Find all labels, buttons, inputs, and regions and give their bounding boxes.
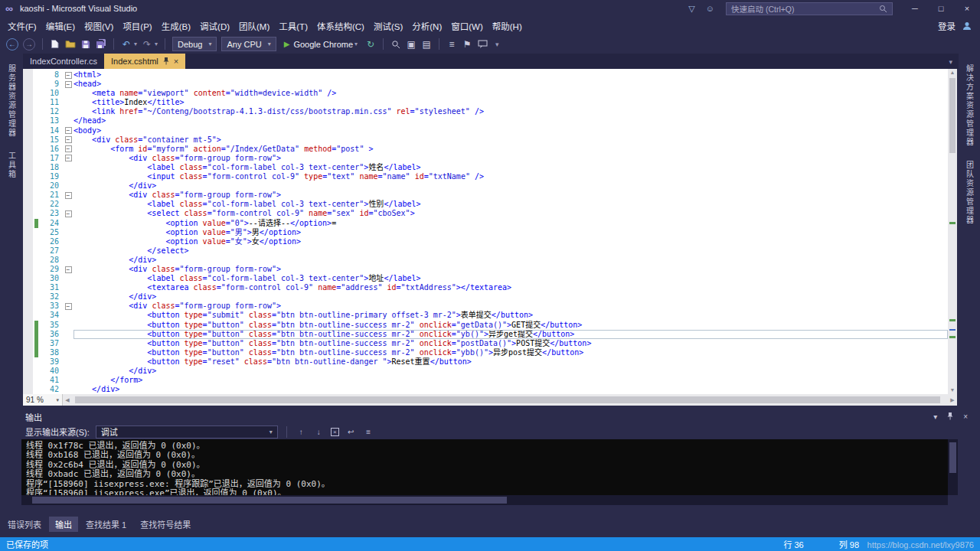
close-button[interactable]: × (954, 0, 980, 17)
navigate-forward-icon[interactable]: → (23, 38, 35, 51)
scrollbar-thumb[interactable] (949, 442, 956, 473)
breakpoint-margin[interactable] (23, 228, 33, 237)
breakpoint-margin[interactable] (23, 311, 33, 320)
fold-margin[interactable]: − (63, 191, 74, 200)
code-line[interactable]: 18 <label class="col-form-label col-3 te… (23, 163, 948, 172)
fold-margin[interactable]: − (63, 154, 74, 163)
breakpoint-margin[interactable] (23, 80, 33, 89)
collapse-icon[interactable]: − (65, 210, 72, 217)
code-line[interactable]: 32 </div> (23, 292, 948, 302)
fold-margin[interactable]: − (63, 126, 74, 135)
navigate-backward-icon[interactable]: ← (6, 38, 18, 51)
zoom-dropdown[interactable]: 91 % ▾ (23, 394, 63, 406)
menu-item[interactable]: 窗口(W) (446, 17, 488, 35)
document-tab[interactable]: IndexController.cs (23, 54, 104, 69)
menu-item[interactable]: 工具(T) (274, 17, 312, 35)
goto-next-message-icon[interactable]: ↓ (313, 428, 325, 436)
scroll-up-icon[interactable]: ▲ (948, 69, 957, 77)
notifications-icon[interactable]: ▽ (688, 4, 694, 14)
code-line[interactable]: 23− <select class="form-control col-9" n… (23, 209, 948, 218)
breakpoint-margin[interactable] (23, 357, 33, 367)
panel-tab[interactable]: 查找符号结果 (134, 517, 197, 532)
breakpoint-margin[interactable] (23, 274, 33, 283)
editor-vertical-scrollbar[interactable]: ▲ ▼ (948, 69, 957, 394)
fold-margin[interactable]: − (63, 145, 74, 154)
breakpoint-margin[interactable] (23, 191, 33, 200)
quick-launch-search[interactable]: 快速启动 (Ctrl+Q) (726, 2, 893, 15)
scroll-left-icon[interactable]: ◀ (63, 397, 72, 403)
menu-item[interactable]: 分析(N) (407, 17, 446, 35)
menu-item[interactable]: 测试(S) (369, 17, 407, 35)
code-line[interactable]: 9−<head> (23, 80, 948, 89)
breakpoint-margin[interactable] (23, 163, 33, 172)
breakpoint-margin[interactable] (23, 265, 33, 274)
tool-window-tab[interactable]: 团队资源管理器 (964, 161, 975, 225)
collapse-icon[interactable]: − (65, 145, 72, 152)
output-horizontal-scrollbar[interactable] (21, 495, 948, 505)
split-window-icon[interactable]: ▤ (421, 37, 432, 51)
feedback-icon[interactable]: ☺ (706, 4, 714, 13)
scrollbar-thumb[interactable] (32, 497, 507, 504)
code-line[interactable]: 22 <label class="col-form-label col-3 te… (23, 200, 948, 209)
menu-item[interactable]: 团队(M) (234, 17, 274, 35)
code-line[interactable]: 8−<html> (23, 70, 948, 80)
task-list-icon[interactable]: ≡ (446, 37, 457, 51)
new-window-icon[interactable]: ▣ (406, 37, 416, 51)
breakpoint-margin[interactable] (23, 181, 33, 191)
breakpoint-margin[interactable] (23, 302, 33, 311)
breakpoint-margin[interactable] (23, 367, 33, 376)
code-line[interactable]: 24 <option value="0">--请选择--</option>= (23, 219, 948, 228)
menu-item[interactable]: 编辑(E) (41, 17, 80, 35)
fold-margin[interactable]: − (63, 80, 74, 89)
open-file-icon[interactable] (65, 37, 76, 51)
word-wrap-icon[interactable]: ↩ (345, 428, 357, 436)
fold-margin[interactable]: − (63, 209, 74, 218)
solution-configuration-dropdown[interactable]: Debug▾ (172, 37, 217, 51)
menu-item[interactable]: 项目(P) (118, 17, 156, 35)
code-line[interactable]: 13</head> (23, 116, 948, 126)
run-target-dropdown-icon[interactable]: ▾ (354, 41, 358, 47)
undo-dropdown-icon[interactable]: ▾ (134, 41, 137, 47)
breakpoint-margin[interactable] (23, 70, 33, 80)
fold-margin[interactable]: − (63, 302, 74, 311)
document-tab[interactable]: Index.cshtml× (104, 54, 185, 69)
new-file-icon[interactable] (50, 37, 60, 51)
close-panel-icon[interactable]: × (963, 412, 968, 421)
breakpoint-margin[interactable] (23, 256, 33, 265)
collapse-icon[interactable]: − (65, 155, 72, 161)
menu-item[interactable]: 体系结构(C) (312, 17, 369, 35)
breakpoint-margin[interactable] (23, 126, 33, 135)
code-line[interactable]: 34 <button type="submit" class="btn btn-… (23, 311, 948, 320)
breakpoint-margin[interactable] (23, 154, 33, 163)
scrollbar-thumb[interactable] (949, 78, 956, 153)
breakpoint-margin[interactable] (23, 89, 33, 98)
output-text-area[interactable]: 线程 0x1f78c 已退出，返回值为 0 (0x0)。线程 0xb168 已退… (21, 439, 948, 495)
code-line[interactable]: 29− <div class="form-group form-row"> (23, 265, 948, 274)
code-editor[interactable]: 8−<html>9−<head>10 <meta name="viewport"… (23, 69, 957, 394)
panel-tab[interactable]: 查找结果 1 (80, 517, 132, 532)
breakpoint-margin[interactable] (23, 116, 33, 126)
collapse-icon[interactable]: − (65, 266, 72, 273)
sign-in-link[interactable]: 登录 (938, 20, 956, 32)
code-line[interactable]: 19 <input class="form-control col-9" typ… (23, 172, 948, 181)
collapse-icon[interactable]: − (65, 303, 72, 310)
output-vertical-scrollbar[interactable] (948, 439, 958, 495)
menu-item[interactable]: 文件(F) (3, 17, 41, 35)
code-line[interactable]: 21− <div class="form-group form-row"> (23, 191, 948, 200)
code-line[interactable]: 38 <button type="button" class="btn btn-… (23, 348, 948, 357)
breakpoint-margin[interactable] (23, 283, 33, 292)
fold-margin[interactable]: − (63, 135, 74, 145)
breakpoint-margin[interactable] (23, 321, 33, 330)
tool-window-tab[interactable]: 工具箱 (6, 152, 18, 179)
menu-item[interactable]: 调试(D) (195, 17, 234, 35)
breakpoint-margin[interactable] (23, 135, 33, 145)
code-line[interactable]: 42 </div> (23, 385, 948, 394)
code-line[interactable]: 20 </div> (23, 181, 948, 191)
code-line[interactable]: 11 <title>Index</title> (23, 98, 948, 107)
collapse-icon[interactable]: − (65, 81, 72, 88)
code-line[interactable]: 41 </form> (23, 376, 948, 385)
scroll-down-icon[interactable]: ▼ (948, 386, 957, 394)
code-line[interactable]: 26 <option value="女">女</option> (23, 237, 948, 246)
code-line[interactable]: 40 </div> (23, 367, 948, 376)
browser-link-refresh-icon[interactable]: ↻ (365, 37, 376, 51)
